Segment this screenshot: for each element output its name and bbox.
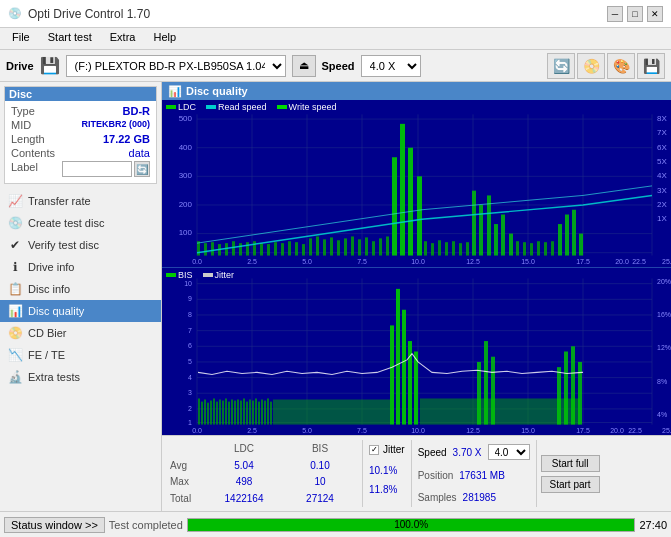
drive-select[interactable]: (F:) PLEXTOR BD-R PX-LB950SA 1.04: [66, 55, 286, 77]
menu-help[interactable]: Help: [145, 30, 184, 47]
upper-chart-svg: 500 400 300 200 100 8X 7X 6X 5X 4X 3X 2X…: [162, 100, 671, 267]
svg-rect-176: [571, 346, 575, 424]
position-row: Position 17631 MB: [418, 470, 530, 481]
svg-rect-147: [222, 401, 224, 425]
sidebar-item-drive-info[interactable]: ℹ Drive info: [0, 256, 161, 278]
disc-contents-row: Contents data: [11, 147, 150, 159]
close-button[interactable]: ✕: [647, 6, 663, 22]
svg-rect-76: [438, 240, 441, 255]
svg-rect-68: [351, 236, 354, 255]
svg-text:2.5: 2.5: [247, 258, 257, 265]
avg-row: Avg 5.04 0.10: [170, 460, 354, 471]
svg-text:7.5: 7.5: [357, 258, 367, 265]
sidebar-item-drive-info-label: Drive info: [28, 261, 74, 273]
speed-select[interactable]: 4.0 X: [361, 55, 421, 77]
svg-text:5X: 5X: [657, 157, 668, 166]
eject-button[interactable]: ⏏: [292, 55, 316, 77]
upper-chart-legend: LDC Read speed Write speed: [166, 102, 336, 112]
svg-rect-49: [267, 244, 270, 255]
speed-row-label: Speed: [418, 447, 447, 458]
menu-extra[interactable]: Extra: [102, 30, 144, 47]
svg-text:20%: 20%: [657, 278, 671, 286]
sidebar-menu: 📈 Transfer rate 💿 Create test disc ✔ Ver…: [0, 190, 161, 388]
svg-rect-71: [372, 241, 375, 255]
samples-label: Samples: [418, 492, 457, 503]
svg-text:3: 3: [188, 389, 192, 397]
svg-rect-41: [211, 242, 214, 255]
svg-rect-149: [228, 402, 230, 425]
svg-rect-151: [234, 401, 236, 425]
label-refresh-button[interactable]: 🔄: [134, 161, 150, 177]
toolbar-btn-1[interactable]: 🔄: [547, 53, 575, 79]
speed-row-select[interactable]: 4.0 X: [488, 444, 530, 460]
svg-text:6X: 6X: [657, 143, 668, 152]
svg-rect-172: [484, 341, 488, 425]
action-buttons: Start full Start part: [537, 436, 604, 511]
svg-rect-157: [237, 400, 239, 425]
svg-rect-146: [219, 400, 221, 425]
svg-rect-77: [445, 242, 448, 255]
toolbar-btn-2[interactable]: 📀: [577, 53, 605, 79]
sidebar-item-fe-te[interactable]: 📉 FE / TE: [0, 344, 161, 366]
svg-text:12.5: 12.5: [466, 427, 480, 435]
maximize-button[interactable]: □: [627, 6, 643, 22]
start-part-button[interactable]: Start part: [541, 476, 600, 493]
disc-contents-label: Contents: [11, 147, 55, 159]
sidebar-item-fe-te-label: FE / TE: [28, 349, 65, 361]
main-content: Disc Type BD-R MID RITEKBR2 (000) Length…: [0, 82, 671, 511]
svg-text:300: 300: [179, 171, 193, 180]
sidebar-item-cd-bier[interactable]: 📀 CD Bier: [0, 322, 161, 344]
sidebar-item-verify-test-disc[interactable]: ✔ Verify test disc: [0, 234, 161, 256]
chart-title-icon: 📊: [168, 85, 182, 98]
sidebar-item-create-test-disc-label: Create test disc: [28, 217, 104, 229]
svg-rect-153: [396, 289, 400, 425]
avg-label: Avg: [170, 460, 202, 471]
menu-file[interactable]: File: [4, 30, 38, 47]
sidebar-item-transfer-rate[interactable]: 📈 Transfer rate: [0, 190, 161, 212]
svg-text:25.0 GB: 25.0 GB: [662, 258, 671, 265]
svg-rect-150: [231, 400, 233, 425]
svg-rect-70: [365, 237, 368, 255]
svg-rect-51: [281, 243, 284, 255]
svg-rect-154: [402, 310, 406, 425]
write-speed-label: Write speed: [289, 102, 337, 112]
stats-table: LDC BIS Avg 5.04 0.10 Max 498 10 Total 1…: [162, 436, 362, 511]
app-icon: 💿: [8, 7, 22, 20]
menu-start-test[interactable]: Start test: [40, 30, 100, 47]
svg-rect-170: [420, 398, 580, 424]
svg-text:15.0: 15.0: [521, 427, 535, 435]
sidebar-item-disc-quality[interactable]: 📊 Disc quality: [0, 300, 161, 322]
jitter-checkbox[interactable]: ✓: [369, 445, 379, 455]
minimize-button[interactable]: ─: [607, 6, 623, 22]
svg-rect-88: [544, 242, 547, 255]
toolbar-btn-3[interactable]: 🎨: [607, 53, 635, 79]
svg-rect-159: [243, 398, 245, 424]
write-speed-color: [277, 105, 287, 109]
svg-rect-45: [239, 243, 242, 255]
progress-bar-container: 100.0%: [187, 518, 636, 532]
total-bis: 27124: [286, 493, 354, 504]
status-window-button[interactable]: Status window >>: [4, 517, 105, 533]
disc-label-input[interactable]: [62, 161, 132, 177]
disc-label-label: Label: [11, 161, 38, 177]
disc-quality-icon: 📊: [8, 304, 22, 318]
svg-rect-53: [295, 242, 298, 255]
svg-text:5.0: 5.0: [302, 258, 312, 265]
disc-info-panel: Disc Type BD-R MID RITEKBR2 (000) Length…: [4, 86, 157, 184]
toolbar-btn-4[interactable]: 💾: [637, 53, 665, 79]
svg-text:16%: 16%: [657, 311, 671, 319]
svg-rect-54: [302, 244, 305, 255]
samples-val: 281985: [463, 492, 496, 503]
svg-rect-78: [452, 241, 455, 255]
start-full-button[interactable]: Start full: [541, 455, 600, 472]
svg-rect-64: [323, 239, 326, 255]
svg-text:9: 9: [188, 295, 192, 303]
speed-label: Speed: [322, 60, 355, 72]
svg-text:1X: 1X: [657, 214, 668, 223]
sidebar-item-create-test-disc[interactable]: 💿 Create test disc: [0, 212, 161, 234]
disc-mid-row: MID RITEKBR2 (000): [11, 119, 150, 131]
sidebar-item-extra-tests[interactable]: 🔬 Extra tests: [0, 366, 161, 388]
speed-row: Speed 3.70 X 4.0 X: [418, 444, 530, 460]
sidebar-item-disc-info[interactable]: 📋 Disc info: [0, 278, 161, 300]
drive-label: Drive: [6, 60, 34, 72]
